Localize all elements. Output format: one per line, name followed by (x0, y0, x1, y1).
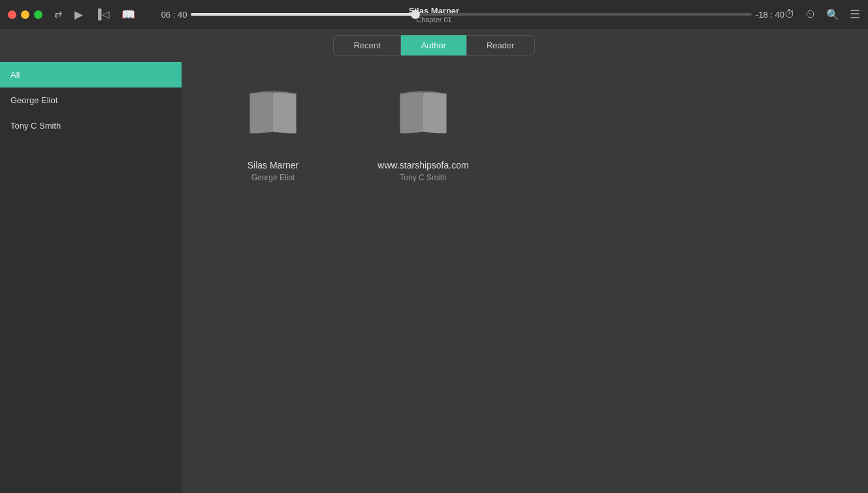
tab-author[interactable]: Author (401, 35, 466, 56)
book-icon-svg (244, 88, 302, 140)
tab-bar: Recent Author Reader (0, 29, 868, 62)
progress-fill (191, 13, 415, 16)
minimize-button[interactable] (21, 10, 29, 19)
speedometer-icon[interactable]: ⏱ (784, 8, 795, 20)
menu-icon[interactable]: ☰ (850, 7, 860, 22)
book-card-silas-marner[interactable]: Silas Marner George Eliot (208, 82, 338, 182)
maximize-button[interactable] (34, 10, 42, 19)
progress-track[interactable] (191, 13, 752, 16)
book-icon-svg-2 (394, 88, 453, 140)
window-controls (8, 10, 42, 19)
book-author-silas-marner: George Eliot (251, 173, 295, 182)
timer-icon[interactable]: ⏲ (805, 8, 816, 20)
top-bar-right: ⏱ ⏲ 🔍 ☰ (784, 7, 860, 22)
content-area: Silas Marner George Eliot www.starshipso… (182, 62, 868, 493)
book-cover-starshipsofa (391, 82, 456, 147)
top-bar: ⇄ ▶ ▐◁ 📖 Silas Marner Chapter 01 06 : 40… (0, 0, 868, 29)
sidebar-item-george-eliot[interactable]: George Eliot (0, 87, 182, 113)
time-remaining: -18 : 40 (756, 10, 784, 20)
tab-recent[interactable]: Recent (333, 35, 400, 56)
book-cover-silas-marner (240, 82, 306, 147)
time-elapsed: 06 : 40 (161, 10, 187, 20)
play-icon[interactable]: ▶ (74, 8, 83, 22)
sidebar-item-all[interactable]: All (0, 62, 182, 87)
playback-controls: ⇄ ▶ ▐◁ 📖 (54, 8, 135, 22)
shuffle-icon[interactable]: ⇄ (54, 8, 63, 20)
book-card-starshipsofa[interactable]: www.starshipsofa.com Tony C Smith (358, 82, 489, 182)
book-author-starshipsofa: Tony C Smith (400, 173, 446, 182)
close-button[interactable] (8, 10, 16, 19)
progress-area: 06 : 40 -18 : 40 (161, 10, 784, 20)
main-layout: All George Eliot Tony C Smith Silas Marn… (0, 62, 868, 493)
search-icon[interactable]: 🔍 (826, 8, 839, 21)
sidebar: All George Eliot Tony C Smith (0, 62, 182, 493)
progress-thumb[interactable] (411, 10, 420, 19)
sidebar-item-tony-c-smith[interactable]: Tony C Smith (0, 113, 182, 138)
book-title-silas-marner: Silas Marner (248, 160, 299, 170)
volume-icon[interactable]: ▐◁ (95, 8, 110, 20)
book-icon[interactable]: 📖 (121, 8, 135, 22)
book-title-starshipsofa: www.starshipsofa.com (378, 160, 468, 170)
tab-reader[interactable]: Reader (466, 35, 535, 56)
